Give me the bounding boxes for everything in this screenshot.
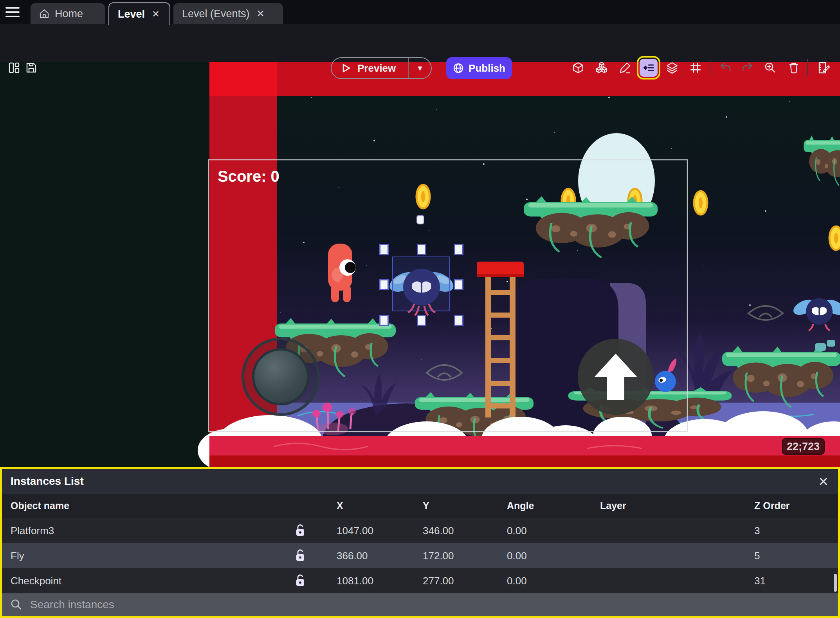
tab-bar: Home Level ✕ Level (Events) ✕ — [0, 0, 840, 24]
instance-x: 366.00 — [337, 550, 368, 562]
toolbar: Preview ▾ Publish — [0, 24, 840, 62]
instance-z: 3 — [754, 525, 760, 537]
instance-y: 277.00 — [423, 575, 454, 587]
trash-icon[interactable] — [785, 59, 802, 76]
instance-row-fly-selected[interactable]: Fly 366.00 172.00 0.00 5 — [2, 543, 838, 568]
save-icon[interactable] — [23, 59, 40, 76]
cursor-coordinates-badge: 22;723 — [782, 438, 825, 455]
home-icon — [39, 9, 49, 19]
column-x: X — [337, 500, 343, 511]
selection-handle[interactable] — [379, 279, 389, 290]
column-y: Y — [423, 500, 429, 511]
selection-handle[interactable] — [417, 244, 426, 255]
play-icon — [341, 63, 351, 73]
instance-name: Fly — [11, 550, 24, 562]
globe-icon — [453, 63, 464, 74]
properties-pencil-icon[interactable] — [616, 59, 634, 76]
tab-level[interactable]: Level ✕ — [108, 2, 170, 25]
instance-row-platform3[interactable]: Platform3 1047.00 346.00 0.00 3 — [2, 518, 838, 543]
instances-list-panel: Instances List ✕ Object name X Y Angle L… — [0, 467, 840, 618]
edit-events-icon[interactable] — [815, 59, 833, 76]
layers-icon[interactable] — [663, 59, 681, 76]
close-tab-icon[interactable]: ✕ — [150, 8, 161, 20]
search-bar — [2, 593, 838, 616]
selection-handle[interactable] — [454, 244, 463, 255]
selection-handle[interactable] — [454, 315, 463, 326]
selection-handle[interactable] — [417, 315, 426, 326]
object-groups-icon[interactable] — [593, 59, 610, 76]
selection-handle[interactable] — [379, 244, 389, 255]
instance-angle: 0.00 — [507, 575, 527, 587]
chevron-down-icon: ▾ — [418, 63, 422, 73]
selection-box[interactable] — [392, 257, 450, 311]
grid-icon[interactable] — [687, 59, 704, 76]
tab-label: Level (Events) — [182, 8, 250, 20]
instance-name: Checkpoint — [11, 575, 61, 587]
instance-x: 1081.00 — [337, 575, 373, 587]
column-angle: Angle — [507, 500, 534, 511]
gdevelop-editor-window: Score: 0 22;723 Home Level ✕ Level (Even… — [0, 0, 840, 618]
search-icon — [11, 599, 22, 611]
instance-z: 5 — [754, 550, 760, 562]
toolbar-divider — [807, 59, 808, 76]
instance-angle: 0.00 — [507, 550, 527, 562]
zoom-in-icon[interactable] — [762, 59, 779, 76]
instance-name: Platform3 — [11, 525, 54, 537]
redo-icon[interactable] — [739, 59, 756, 76]
column-object-name: Object name — [11, 500, 69, 511]
preview-dropdown[interactable]: ▾ — [408, 58, 431, 78]
preview-button[interactable]: Preview ▾ — [331, 57, 432, 79]
preview-label: Preview — [357, 62, 396, 74]
objects-panel-icon[interactable] — [570, 59, 587, 76]
toolbar-divider — [710, 59, 710, 76]
instance-y: 346.00 — [423, 525, 454, 537]
up-arrow-icon — [578, 339, 654, 415]
instance-row-checkpoint[interactable]: Checkpoint 1081.00 277.00 0.00 31 — [2, 568, 838, 593]
instance-x: 1047.00 — [337, 525, 373, 537]
search-instances-input[interactable] — [29, 598, 734, 611]
tab-level-events[interactable]: Level (Events) ✕ — [173, 3, 283, 24]
project-manager-icon[interactable] — [5, 59, 23, 76]
menu-icon[interactable] — [5, 7, 20, 18]
undo-icon[interactable] — [717, 59, 734, 76]
panel-title-bar: Instances List ✕ — [2, 469, 838, 494]
column-z-order: Z Order — [754, 500, 790, 511]
instances-list-icon[interactable] — [640, 59, 658, 77]
scrollbar-thumb[interactable] — [834, 574, 837, 592]
close-panel-icon[interactable]: ✕ — [818, 474, 829, 489]
instance-angle: 0.00 — [507, 525, 527, 537]
joystick-knob[interactable] — [252, 348, 309, 405]
instance-y: 172.00 — [423, 550, 454, 562]
lock-open-icon[interactable] — [295, 524, 306, 537]
instance-z: 31 — [754, 575, 766, 587]
publish-label: Publish — [469, 62, 505, 74]
rotate-handle[interactable] — [416, 215, 424, 224]
close-tab-icon[interactable]: ✕ — [255, 7, 266, 20]
tab-label: Home — [55, 8, 83, 20]
column-layer: Layer — [600, 500, 626, 511]
publish-button[interactable]: Publish — [446, 57, 512, 79]
selection-handle[interactable] — [379, 315, 389, 326]
table-header: Object name X Y Angle Layer Z Order — [2, 494, 838, 518]
virtual-joystick[interactable] — [242, 338, 320, 416]
panel-title: Instances List — [11, 475, 84, 488]
red-band-overlap — [209, 62, 277, 96]
lock-open-icon[interactable] — [295, 549, 306, 562]
jump-button[interactable] — [578, 339, 654, 415]
lock-open-icon[interactable] — [295, 574, 306, 587]
tab-home[interactable]: Home — [31, 3, 105, 24]
tab-label: Level — [118, 8, 145, 20]
score-label: Score: 0 — [218, 168, 279, 185]
selection-handle[interactable] — [454, 279, 463, 290]
